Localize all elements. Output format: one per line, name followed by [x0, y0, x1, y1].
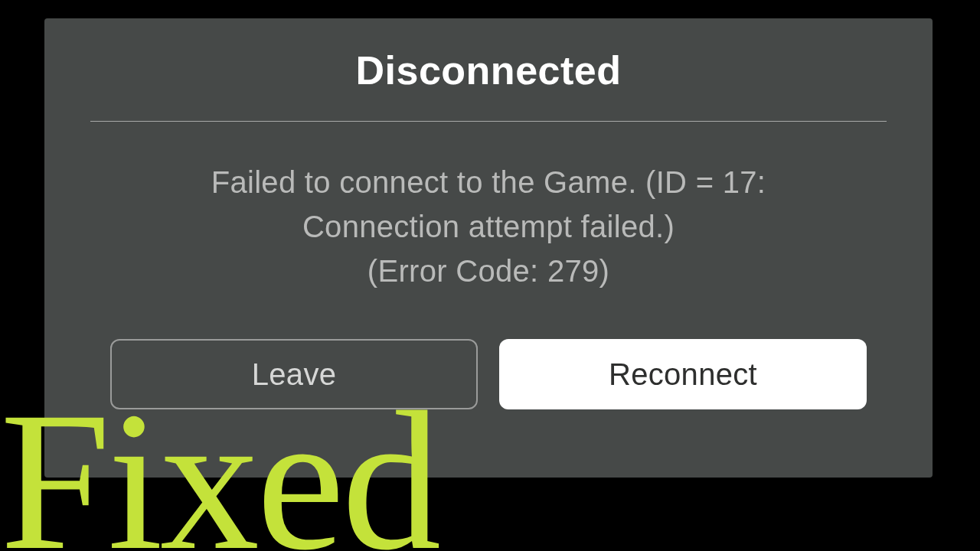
reconnect-button[interactable]: Reconnect	[499, 339, 867, 409]
fixed-overlay-text: Fixed	[0, 381, 438, 551]
error-message: Failed to connect to the Game. (ID = 17:…	[211, 160, 766, 293]
dialog-title: Disconnected	[356, 47, 622, 93]
divider	[90, 121, 887, 122]
